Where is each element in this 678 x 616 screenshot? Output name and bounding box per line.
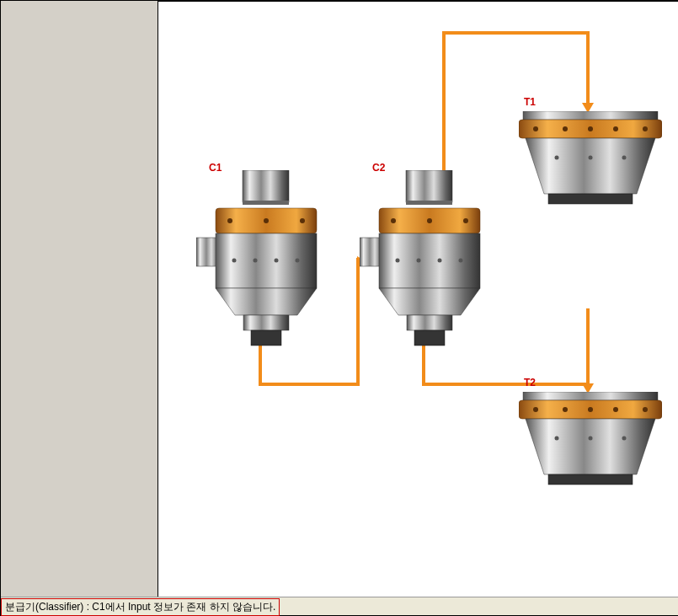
svg-point-4 [264,218,269,223]
svg-point-20 [463,218,468,223]
svg-point-50 [555,437,559,441]
svg-rect-0 [243,170,289,202]
status-message: 분급기(Classifier) : C1에서 Input 정보가 존재 하지 않… [1,598,280,616]
svg-marker-12 [216,288,317,315]
svg-point-11 [296,259,300,263]
status-bar: 분급기(Classifier) : C1에서 Input 정보가 존재 하지 않… [1,597,678,615]
svg-rect-22 [379,233,480,288]
svg-point-26 [459,259,463,263]
svg-marker-37 [526,138,655,194]
svg-point-35 [613,126,618,131]
svg-point-34 [588,126,593,131]
svg-rect-16 [406,201,452,205]
label-t2: T2 [524,377,536,388]
svg-point-23 [396,259,400,263]
app-window: C1 C2 T1 T2 [0,0,678,616]
svg-point-38 [555,156,559,160]
sidebar-panel [1,1,157,597]
svg-point-3 [227,218,232,223]
svg-rect-1 [243,201,289,205]
svg-point-8 [232,259,237,263]
flow-c2-t1-seg2 [442,31,590,35]
svg-rect-42 [523,392,658,400]
svg-rect-29 [414,330,445,345]
tank-t2[interactable] [519,392,662,489]
svg-point-18 [391,218,396,223]
svg-point-36 [643,126,648,131]
svg-point-47 [613,407,618,412]
svg-point-9 [254,259,258,263]
svg-point-24 [417,259,421,263]
svg-rect-28 [407,315,452,330]
svg-point-52 [622,437,627,441]
svg-point-39 [589,156,593,160]
svg-point-32 [533,126,538,131]
svg-rect-41 [548,194,633,204]
flow-c2-t2-seg3 [586,308,590,386]
svg-marker-49 [526,419,655,474]
label-t1: T1 [524,96,536,108]
svg-rect-7 [216,233,317,288]
svg-point-19 [427,218,432,223]
svg-rect-30 [523,111,658,120]
flow-c2-t1-seg3 [586,31,590,105]
svg-point-46 [588,407,593,412]
flow-c2-t1-seg1 [442,31,446,170]
svg-rect-14 [251,330,281,345]
classifier-c2[interactable] [360,170,494,351]
svg-point-48 [643,407,648,412]
svg-point-10 [275,259,279,263]
tank-t1[interactable] [519,111,662,208]
svg-point-40 [622,156,627,160]
svg-rect-15 [406,170,452,202]
svg-marker-27 [379,288,480,315]
flow-c1-c2-seg2 [259,383,360,386]
svg-rect-13 [243,315,289,330]
svg-point-45 [563,407,568,412]
svg-point-44 [533,407,538,412]
svg-rect-53 [548,474,633,485]
svg-point-25 [438,259,442,263]
svg-point-51 [589,437,593,441]
classifier-c1[interactable] [196,170,331,351]
flow-c2-t2-seg1 [422,345,425,386]
svg-point-5 [300,218,305,223]
flow-c2-t2-seg2 [422,383,590,386]
flow-c1-c2-seg1 [259,345,262,386]
svg-point-33 [563,126,568,131]
diagram-canvas[interactable]: C1 C2 T1 T2 [157,1,678,597]
